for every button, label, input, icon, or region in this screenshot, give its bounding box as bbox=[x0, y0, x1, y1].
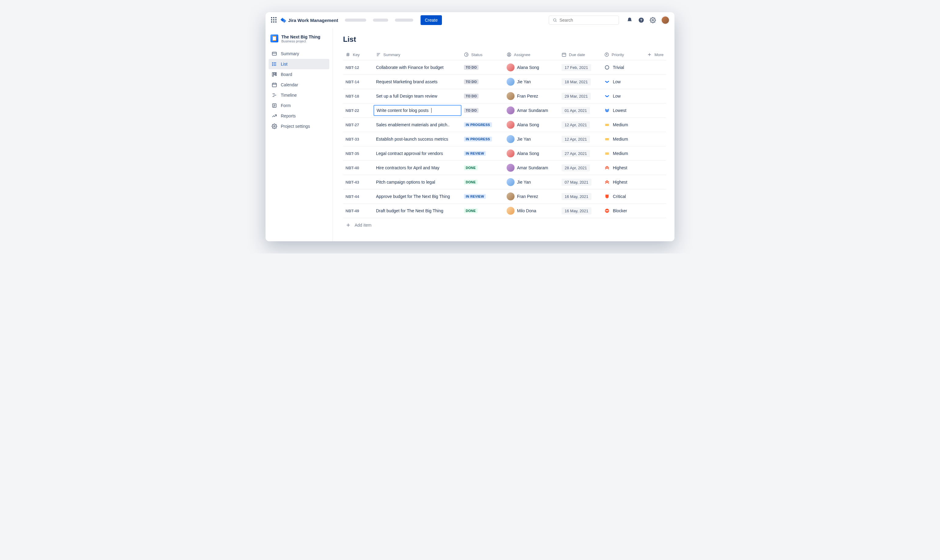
product-logo[interactable]: Jira Work Management bbox=[281, 17, 338, 23]
table-row[interactable]: NBT-18Set up a full Design team reviewTO… bbox=[343, 89, 666, 103]
table-row[interactable]: NBT-44Approve budget for The Next Big Th… bbox=[343, 189, 666, 204]
cell-summary[interactable]: Sales enablement materials and pitch.. bbox=[374, 119, 461, 130]
cell-priority[interactable]: Trivial bbox=[602, 62, 644, 73]
cell-status[interactable]: IN REVIEW bbox=[461, 191, 504, 202]
sidebar-item-list[interactable]: List bbox=[268, 59, 329, 69]
cell-due-date[interactable]: 12 Apr, 2021 bbox=[559, 118, 602, 131]
table-row[interactable]: NBT-12Collaborate with Finance for budge… bbox=[343, 60, 666, 75]
cell-key[interactable]: NBT-12 bbox=[343, 62, 374, 73]
cell-due-date[interactable]: 16 May, 2021 bbox=[559, 205, 602, 217]
cell-key[interactable]: NBT-18 bbox=[343, 91, 374, 102]
cell-priority[interactable]: Highest bbox=[602, 162, 644, 174]
nav-placeholder[interactable] bbox=[373, 18, 388, 22]
table-row[interactable]: NBT-43Pitch campaign options to legalDON… bbox=[343, 175, 666, 189]
cell-status[interactable]: IN REVIEW bbox=[461, 148, 504, 159]
user-avatar[interactable] bbox=[661, 16, 670, 25]
add-item-button[interactable]: Add item bbox=[343, 218, 666, 232]
cell-status[interactable]: DONE bbox=[461, 162, 504, 173]
cell-summary[interactable]: Draft budget for The Next Big Thing bbox=[374, 205, 461, 216]
create-button[interactable]: Create bbox=[421, 15, 442, 25]
column-status[interactable]: Status bbox=[461, 49, 504, 60]
cell-status[interactable]: TO DO bbox=[461, 105, 504, 116]
cell-summary[interactable]: Set up a full Design team review bbox=[374, 91, 461, 102]
cell-summary[interactable]: Write content for blog posts bbox=[374, 105, 461, 116]
settings-icon[interactable] bbox=[649, 17, 656, 23]
cell-priority[interactable]: Highest bbox=[602, 176, 644, 188]
cell-assignee[interactable]: Jie Yan bbox=[504, 75, 559, 89]
cell-key[interactable]: NBT-40 bbox=[343, 163, 374, 173]
cell-due-date[interactable]: 27 Apr, 2021 bbox=[559, 147, 602, 160]
cell-priority[interactable]: Blocker bbox=[602, 205, 644, 217]
cell-assignee[interactable]: Alana Song bbox=[504, 60, 559, 74]
cell-key[interactable]: NBT-35 bbox=[343, 148, 374, 159]
cell-assignee[interactable]: Amar Sundaram bbox=[504, 103, 559, 117]
cell-key[interactable]: NBT-49 bbox=[343, 206, 374, 216]
column-key[interactable]: Key bbox=[343, 49, 374, 60]
cell-due-date[interactable]: 29 Mar, 2021 bbox=[559, 90, 602, 103]
cell-status[interactable]: IN PROGRESS bbox=[461, 134, 504, 145]
column-assignee[interactable]: Assignee bbox=[504, 49, 559, 60]
cell-status[interactable]: TO DO bbox=[461, 62, 504, 73]
cell-assignee[interactable]: Jie Yan bbox=[504, 132, 559, 146]
cell-summary[interactable]: Collaborate with Finance for budget bbox=[374, 62, 461, 73]
column-due-date[interactable]: Due date bbox=[559, 49, 602, 60]
cell-priority[interactable]: Lowest bbox=[602, 105, 644, 116]
cell-key[interactable]: NBT-27 bbox=[343, 120, 374, 130]
cell-due-date[interactable]: 18 Mar, 2021 bbox=[559, 75, 602, 88]
sidebar-item-timeline[interactable]: Timeline bbox=[268, 90, 329, 100]
cell-assignee[interactable]: Fran Perez bbox=[504, 189, 559, 203]
cell-summary[interactable]: Legal contract approval for vendors bbox=[374, 148, 461, 159]
table-row[interactable]: NBT-33Establish post-launch success metr… bbox=[343, 132, 666, 146]
notifications-icon[interactable] bbox=[626, 17, 633, 23]
table-row[interactable]: NBT-40Hire contractors for April and May… bbox=[343, 161, 666, 175]
cell-summary[interactable]: Establish post-launch success metrics bbox=[374, 134, 461, 145]
cell-priority[interactable]: Critical bbox=[602, 191, 644, 202]
cell-due-date[interactable]: 12 Apr, 2021 bbox=[559, 133, 602, 146]
cell-status[interactable]: DONE bbox=[461, 205, 504, 216]
column-priority[interactable]: Priority bbox=[602, 49, 644, 60]
cell-key[interactable]: NBT-43 bbox=[343, 177, 374, 188]
cell-assignee[interactable]: Alana Song bbox=[504, 118, 559, 132]
cell-priority[interactable]: Low bbox=[602, 76, 644, 88]
search-input[interactable] bbox=[559, 18, 615, 23]
nav-placeholder[interactable] bbox=[395, 18, 413, 22]
cell-due-date[interactable]: 07 May, 2021 bbox=[559, 176, 602, 189]
table-row[interactable]: NBT-27Sales enablement materials and pit… bbox=[343, 118, 666, 132]
cell-due-date[interactable]: 01 Apr, 2021 bbox=[559, 104, 602, 117]
cell-summary[interactable]: Hire contractors for April and May bbox=[374, 162, 461, 173]
column-summary[interactable]: Summary bbox=[374, 49, 461, 60]
cell-due-date[interactable]: 28 Apr, 2021 bbox=[559, 162, 602, 174]
sidebar-item-board[interactable]: Board bbox=[268, 69, 329, 80]
cell-summary[interactable]: Approve budget for The Next Big Thing bbox=[374, 191, 461, 202]
cell-assignee[interactable]: Amar Sundaram bbox=[504, 161, 559, 175]
table-row[interactable]: NBT-49Draft budget for The Next Big Thin… bbox=[343, 204, 666, 218]
cell-summary[interactable]: Request Marketing brand assets bbox=[374, 76, 461, 87]
sidebar-item-reports[interactable]: Reports bbox=[268, 111, 329, 121]
cell-summary[interactable]: Pitch campaign options to legal bbox=[374, 177, 461, 188]
table-row[interactable]: NBT-22Write content for blog postsTO DOA… bbox=[343, 103, 666, 118]
cell-assignee[interactable]: Alana Song bbox=[504, 146, 559, 160]
sidebar-item-settings[interactable]: Project settings bbox=[268, 121, 329, 131]
cell-status[interactable]: IN PROGRESS bbox=[461, 119, 504, 130]
project-header[interactable]: The Next Big Thing Business project bbox=[268, 33, 329, 44]
help-icon[interactable]: ? bbox=[638, 17, 644, 23]
sidebar-item-form[interactable]: Form bbox=[268, 100, 329, 111]
sidebar-item-calendar[interactable]: Calendar bbox=[268, 80, 329, 90]
cell-due-date[interactable]: 17 Feb, 2021 bbox=[559, 61, 602, 74]
cell-key[interactable]: NBT-33 bbox=[343, 134, 374, 145]
cell-assignee[interactable]: Jie Yan bbox=[504, 175, 559, 189]
app-switcher-icon[interactable] bbox=[270, 17, 278, 24]
cell-key[interactable]: NBT-22 bbox=[343, 105, 374, 116]
column-more[interactable]: More bbox=[644, 49, 666, 60]
cell-priority[interactable]: Low bbox=[602, 90, 644, 102]
search-input-wrapper[interactable] bbox=[549, 15, 619, 25]
cell-due-date[interactable]: 16 May, 2021 bbox=[559, 190, 602, 203]
cell-key[interactable]: NBT-44 bbox=[343, 191, 374, 202]
cell-priority[interactable]: Medium bbox=[602, 119, 644, 131]
table-row[interactable]: NBT-14Request Marketing brand assetsTO D… bbox=[343, 75, 666, 89]
table-row[interactable]: NBT-35Legal contract approval for vendor… bbox=[343, 146, 666, 161]
cell-status[interactable]: DONE bbox=[461, 177, 504, 188]
sidebar-item-summary[interactable]: Summary bbox=[268, 49, 329, 59]
cell-key[interactable]: NBT-14 bbox=[343, 77, 374, 87]
cell-priority[interactable]: Medium bbox=[602, 148, 644, 159]
